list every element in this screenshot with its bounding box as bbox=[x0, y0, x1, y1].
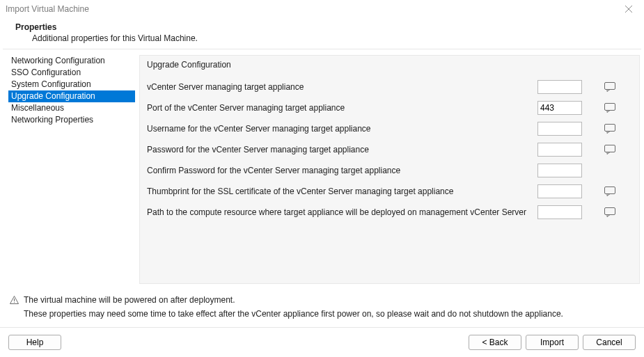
compute-path-input[interactable] bbox=[537, 205, 582, 219]
annotation-slot bbox=[588, 207, 632, 217]
button-bar: Help < Back Import Cancel bbox=[0, 327, 644, 357]
sidebar-item-label: Networking Properties bbox=[11, 115, 93, 125]
row-compute-path: Path to the compute resource where targe… bbox=[147, 202, 632, 223]
svg-point-9 bbox=[14, 302, 15, 303]
help-button[interactable]: Help bbox=[8, 335, 61, 350]
footer-info: The virtual machine will be powered on a… bbox=[0, 289, 644, 320]
note-icon[interactable] bbox=[604, 187, 615, 196]
sidebar-item-sso-configuration[interactable]: SSO Configuration bbox=[8, 67, 135, 79]
svg-rect-5 bbox=[605, 145, 615, 152]
wizard-header: Properties Additional properties for thi… bbox=[0, 18, 644, 49]
note-icon[interactable] bbox=[604, 82, 615, 92]
row-username: Username for the vCenter Server managing… bbox=[147, 118, 632, 139]
close-button[interactable] bbox=[619, 0, 638, 18]
info-text-2: These properties may need some time to t… bbox=[10, 306, 634, 319]
note-icon[interactable] bbox=[604, 145, 615, 154]
close-icon bbox=[625, 6, 632, 13]
sidebar-item-label: System Configuration bbox=[11, 79, 91, 89]
thumbprint-input[interactable] bbox=[537, 184, 582, 198]
sidebar: Networking Configuration SSO Configurati… bbox=[8, 55, 135, 284]
password-input[interactable] bbox=[537, 143, 582, 157]
group-title: Upgrade Configuration bbox=[147, 56, 632, 77]
warning-icon bbox=[10, 295, 19, 306]
note-icon[interactable] bbox=[604, 207, 615, 217]
row-port: Port of the vCenter Server managing targ… bbox=[147, 97, 632, 118]
note-icon[interactable] bbox=[604, 124, 615, 134]
info-text-1: The virtual machine will be powered on a… bbox=[24, 295, 235, 305]
sidebar-item-networking-configuration[interactable]: Networking Configuration bbox=[8, 55, 135, 67]
window-title: Import Virtual Machine bbox=[6, 4, 619, 14]
sidebar-item-networking-properties[interactable]: Networking Properties bbox=[8, 114, 135, 126]
field-label: Path to the compute resource where targe… bbox=[147, 207, 532, 217]
body: Networking Configuration SSO Configurati… bbox=[0, 49, 644, 289]
page-title: Properties bbox=[13, 22, 631, 32]
username-input[interactable] bbox=[537, 122, 582, 136]
sidebar-item-label: Upgrade Configuration bbox=[11, 91, 95, 101]
row-confirm-password: Confirm Password for the vCenter Server … bbox=[147, 160, 632, 181]
field-label: Password for the vCenter Server managing… bbox=[147, 145, 532, 154]
vcenter-server-input[interactable] bbox=[537, 80, 582, 94]
sidebar-item-upgrade-configuration[interactable]: Upgrade Configuration bbox=[8, 90, 135, 102]
svg-rect-6 bbox=[605, 187, 615, 194]
port-input[interactable] bbox=[537, 101, 582, 115]
field-label: Username for the vCenter Server managing… bbox=[147, 124, 532, 134]
field-label: Confirm Password for the vCenter Server … bbox=[147, 166, 532, 175]
row-thumbprint: Thumbprint for the SSL certificate of th… bbox=[147, 181, 632, 202]
sidebar-item-label: Networking Configuration bbox=[11, 56, 105, 65]
annotation-slot bbox=[588, 124, 632, 134]
annotation-slot bbox=[588, 82, 632, 92]
sidebar-item-label: SSO Configuration bbox=[11, 68, 81, 77]
note-icon[interactable] bbox=[604, 103, 615, 113]
svg-rect-2 bbox=[605, 83, 615, 90]
sidebar-item-system-configuration[interactable]: System Configuration bbox=[8, 79, 135, 90]
sidebar-item-miscellaneous[interactable]: Miscellaneous bbox=[8, 102, 135, 114]
annotation-slot bbox=[588, 103, 632, 113]
back-button[interactable]: < Back bbox=[469, 335, 521, 350]
annotation-slot bbox=[588, 187, 632, 196]
import-button[interactable]: Import bbox=[526, 335, 579, 350]
row-password: Password for the vCenter Server managing… bbox=[147, 139, 632, 160]
titlebar: Import Virtual Machine bbox=[0, 0, 644, 18]
field-label: Thumbprint for the SSL certificate of th… bbox=[147, 187, 532, 196]
field-label: Port of the vCenter Server managing targ… bbox=[147, 103, 532, 113]
annotation-slot bbox=[588, 145, 632, 154]
confirm-password-input[interactable] bbox=[537, 164, 582, 177]
svg-rect-4 bbox=[605, 125, 615, 132]
content-panel: Upgrade Configuration vCenter Server man… bbox=[139, 55, 640, 284]
page-subtitle: Additional properties for this Virtual M… bbox=[13, 32, 631, 43]
field-label: vCenter Server managing target appliance bbox=[147, 82, 532, 92]
svg-rect-3 bbox=[605, 104, 615, 111]
cancel-button[interactable]: Cancel bbox=[583, 335, 636, 350]
sidebar-item-label: Miscellaneous bbox=[11, 103, 64, 113]
svg-rect-7 bbox=[605, 208, 615, 215]
row-vcenter-server: vCenter Server managing target appliance bbox=[147, 77, 632, 97]
